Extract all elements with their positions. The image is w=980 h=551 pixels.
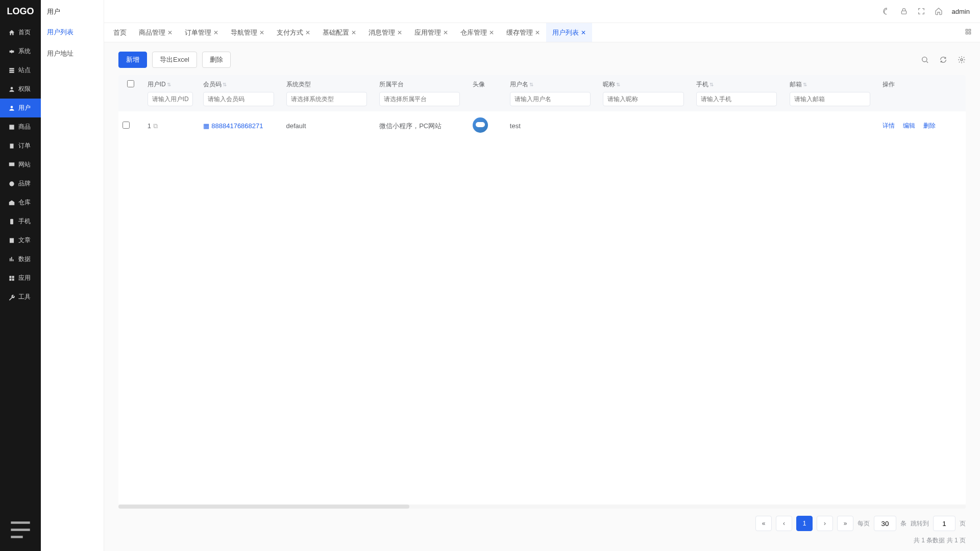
delete-button[interactable]: 删除	[202, 52, 231, 68]
nav-article[interactable]: 文章	[0, 231, 41, 250]
tab-payment[interactable]: 支付方式✕	[271, 23, 316, 42]
sort-icon[interactable]: ⇅	[803, 82, 807, 87]
tab-msg[interactable]: 消息管理✕	[362, 23, 408, 42]
tabs-menu-icon[interactable]	[960, 28, 977, 37]
nav-label: 商品	[18, 123, 31, 131]
action-delete-link[interactable]: 删除	[923, 122, 936, 129]
nav-app[interactable]: 应用	[0, 269, 41, 288]
row-checkbox[interactable]	[122, 122, 130, 129]
close-icon[interactable]: ✕	[167, 29, 173, 36]
sort-icon[interactable]: ⇅	[616, 82, 620, 87]
page-next-button[interactable]: ›	[817, 516, 833, 531]
qrcode-icon[interactable]: ▦	[203, 122, 209, 130]
svg-rect-3	[10, 219, 13, 224]
nav-label: 手机	[18, 217, 31, 226]
filter-nickname-input[interactable]	[603, 92, 683, 106]
svg-rect-5	[966, 29, 968, 31]
sort-icon[interactable]: ⇅	[709, 82, 714, 87]
sidebar-collapse-button[interactable]	[0, 509, 41, 551]
settings-icon[interactable]	[958, 56, 966, 64]
tab-home[interactable]: 首页	[107, 23, 133, 42]
topbar-user[interactable]: admin	[952, 8, 970, 15]
nav-label: 仓库	[18, 198, 31, 207]
tab-userlist[interactable]: 用户列表✕	[546, 23, 592, 42]
action-edit-link[interactable]: 编辑	[903, 122, 915, 129]
per-page-unit: 条	[900, 519, 906, 528]
page-prev-button[interactable]: ‹	[776, 516, 792, 531]
fullscreen-icon[interactable]	[917, 7, 925, 15]
jump-unit: 页	[960, 519, 966, 528]
tab-order[interactable]: 订单管理✕	[179, 23, 225, 42]
mobile-icon	[8, 218, 15, 225]
nav-website[interactable]: 网站	[0, 155, 41, 174]
user-icon	[8, 86, 15, 93]
tabs: 首页 商品管理✕ 订单管理✕ 导航管理✕ 支付方式✕ 基础配置✕ 消息管理✕ 应…	[104, 23, 980, 42]
nav-system[interactable]: 系统	[0, 42, 41, 61]
close-icon[interactable]: ✕	[443, 29, 448, 36]
filter-email-input[interactable]	[790, 92, 870, 106]
nav-warehouse[interactable]: 仓库	[0, 193, 41, 212]
close-icon[interactable]: ✕	[535, 29, 540, 36]
add-button[interactable]: 新增	[118, 52, 147, 68]
select-all-checkbox[interactable]	[127, 80, 134, 87]
nav-order[interactable]: 订单	[0, 136, 41, 155]
close-icon[interactable]: ✕	[489, 29, 494, 36]
filter-username-input[interactable]	[510, 92, 591, 106]
close-icon[interactable]: ✕	[259, 29, 264, 36]
close-icon[interactable]: ✕	[581, 29, 586, 36]
pager-summary: 共 1 条数据 共 1 页	[118, 533, 966, 545]
nav-product[interactable]: 商品	[0, 117, 41, 136]
action-detail-link[interactable]: 详情	[883, 122, 895, 129]
page-last-button[interactable]: »	[837, 516, 853, 531]
tab-basic[interactable]: 基础配置✕	[316, 23, 362, 42]
nav-brand[interactable]: 品牌	[0, 174, 41, 193]
cell-username: test	[510, 122, 521, 130]
tab-nav[interactable]: 导航管理✕	[225, 23, 271, 42]
close-icon[interactable]: ✕	[397, 29, 402, 36]
nav-mobile[interactable]: 手机	[0, 212, 41, 231]
close-icon[interactable]: ✕	[213, 29, 218, 36]
nav-user[interactable]: 用户	[0, 99, 41, 117]
filter-userid-input[interactable]	[148, 92, 193, 106]
cell-member[interactable]: 88884176868271	[211, 122, 263, 130]
close-icon[interactable]: ✕	[351, 29, 356, 36]
tab-product[interactable]: 商品管理✕	[133, 23, 179, 42]
per-page-input[interactable]	[874, 516, 896, 531]
search-icon[interactable]	[921, 56, 929, 64]
page-first-button[interactable]: «	[755, 516, 772, 531]
subside-item-userlist[interactable]: 用户列表	[41, 21, 104, 43]
filter-platform-select[interactable]	[379, 92, 460, 106]
col-systype-label: 系统类型	[286, 80, 372, 89]
page-current-button[interactable]: 1	[796, 516, 813, 531]
filter-member-input[interactable]	[203, 92, 274, 106]
home-icon[interactable]	[935, 7, 943, 15]
nav-tools[interactable]: 工具	[0, 288, 41, 306]
refresh-icon[interactable]	[939, 56, 947, 64]
horizontal-scrollbar[interactable]	[118, 505, 966, 509]
cell-platform: 微信小程序，PC网站	[379, 122, 442, 130]
tab-cache[interactable]: 缓存管理✕	[500, 23, 546, 42]
lock-icon[interactable]	[900, 7, 908, 15]
theme-icon[interactable]	[883, 7, 891, 15]
toolbar: 新增 导出Excel 删除	[118, 52, 966, 68]
svg-rect-7	[966, 32, 968, 34]
tab-warehouse[interactable]: 仓库管理✕	[454, 23, 500, 42]
nav-permission[interactable]: 权限	[0, 80, 41, 99]
apps-icon	[8, 275, 15, 282]
tab-app[interactable]: 应用管理✕	[408, 23, 454, 42]
jump-input[interactable]	[933, 516, 955, 531]
close-icon[interactable]: ✕	[305, 29, 310, 36]
filter-phone-input[interactable]	[696, 92, 777, 106]
sort-icon[interactable]: ⇅	[223, 82, 227, 87]
nav-data[interactable]: 数据	[0, 250, 41, 269]
wrench-icon	[8, 294, 15, 301]
copy-icon[interactable]: ⧉	[153, 122, 158, 130]
export-excel-button[interactable]: 导出Excel	[152, 52, 197, 68]
subside-item-useraddress[interactable]: 用户地址	[41, 43, 104, 64]
col-email-label: 邮箱	[790, 81, 802, 88]
sort-icon[interactable]: ⇅	[529, 82, 533, 87]
sort-icon[interactable]: ⇅	[167, 82, 171, 87]
filter-systype-select[interactable]	[286, 92, 367, 106]
nav-site[interactable]: 站点	[0, 61, 41, 80]
nav-home[interactable]: 首页	[0, 23, 41, 42]
